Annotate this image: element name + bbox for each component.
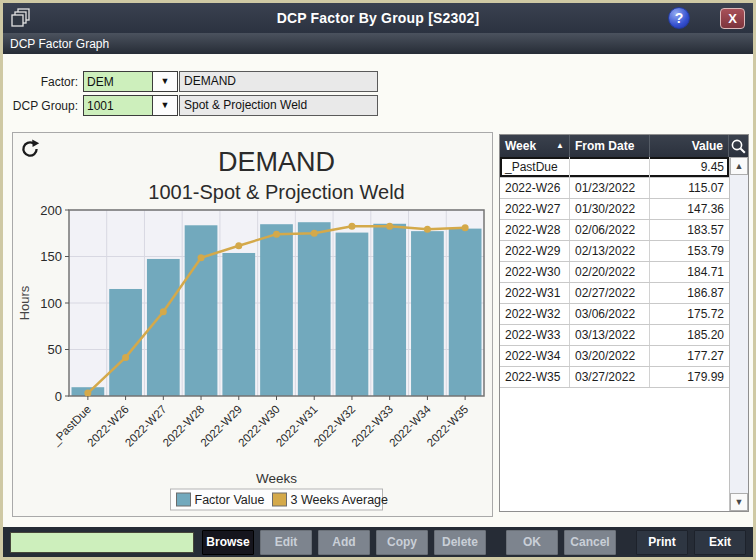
cell-value: 147.36 bbox=[650, 199, 729, 219]
cell-from-date: 02/06/2022 bbox=[570, 220, 650, 240]
factor-dropdown-button[interactable]: ▼ bbox=[152, 71, 178, 92]
svg-text:0: 0 bbox=[55, 389, 62, 404]
table-row[interactable]: 2022-W3303/13/2022185.20 bbox=[500, 325, 729, 346]
refresh-button[interactable] bbox=[19, 138, 41, 160]
table-row[interactable]: 2022-W2802/06/2022183.57 bbox=[500, 220, 729, 241]
scroll-down-button[interactable]: ▼ bbox=[730, 493, 748, 511]
cascade-windows-icon[interactable] bbox=[9, 6, 33, 30]
dcp-group-label: DCP Group: bbox=[5, 99, 83, 113]
svg-text:1001-Spot & Projection Weld: 1001-Spot & Projection Weld bbox=[148, 181, 404, 203]
button-edit: Edit bbox=[260, 530, 312, 555]
dcp-group-dropdown-button[interactable]: ▼ bbox=[152, 95, 178, 116]
table-body-wrap: _PastDue9.452022-W2601/23/2022115.072022… bbox=[500, 157, 748, 511]
content-area: Factor: ▼ DEMAND DCP Group: ▼ Spot & Pro… bbox=[3, 54, 753, 527]
table-search-button[interactable] bbox=[729, 135, 748, 157]
cell-week: 2022-W32 bbox=[500, 304, 570, 324]
cell-week: 2022-W34 bbox=[500, 346, 570, 366]
cell-from-date: 03/06/2022 bbox=[570, 304, 650, 324]
main-area: 050100150200_PastDue2022-W262022-W272022… bbox=[3, 132, 753, 517]
cell-value: 153.79 bbox=[650, 241, 729, 261]
dcp-group-description-field: Spot & Projection Weld bbox=[179, 95, 378, 116]
chevron-down-icon: ▼ bbox=[161, 101, 170, 110]
button-print[interactable]: Print bbox=[636, 530, 688, 555]
cell-week: 2022-W27 bbox=[500, 199, 570, 219]
column-header-value[interactable]: Value bbox=[650, 135, 729, 157]
cell-week: 2022-W28 bbox=[500, 220, 570, 240]
cell-value: 183.57 bbox=[650, 220, 729, 240]
cell-from-date: 01/30/2022 bbox=[570, 199, 650, 219]
column-header-week[interactable]: Week ▲ bbox=[500, 135, 570, 157]
cell-week: 2022-W31 bbox=[500, 283, 570, 303]
cell-value: 175.72 bbox=[650, 304, 729, 324]
cell-from-date: 02/27/2022 bbox=[570, 283, 650, 303]
vertical-scrollbar[interactable]: ▲ ▼ bbox=[729, 157, 748, 511]
svg-text:200: 200 bbox=[40, 203, 62, 218]
svg-text:150: 150 bbox=[40, 249, 62, 264]
button-cancel: Cancel bbox=[564, 530, 616, 555]
svg-text:50: 50 bbox=[48, 342, 62, 357]
cell-value: 184.71 bbox=[650, 262, 729, 282]
sort-ascending-icon: ▲ bbox=[556, 135, 564, 157]
cell-week: 2022-W30 bbox=[500, 262, 570, 282]
button-delete: Delete bbox=[434, 530, 486, 555]
column-header-from-date[interactable]: From Date bbox=[570, 135, 650, 157]
button-add: Add bbox=[318, 530, 370, 555]
close-button[interactable]: X bbox=[720, 8, 745, 29]
table-header: Week ▲ From Date Value bbox=[500, 135, 748, 157]
cell-week: 2022-W29 bbox=[500, 241, 570, 261]
factor-row: Factor: ▼ DEMAND bbox=[5, 71, 753, 92]
selection-form: Factor: ▼ DEMAND DCP Group: ▼ Spot & Pro… bbox=[5, 71, 753, 116]
table-row[interactable]: 2022-W2601/23/2022115.07 bbox=[500, 178, 729, 199]
cell-from-date: 03/27/2022 bbox=[570, 367, 650, 387]
dcp-factor-chart: 050100150200_PastDue2022-W262022-W272022… bbox=[13, 133, 492, 516]
table-row[interactable]: 2022-W3002/20/2022184.71 bbox=[500, 262, 729, 283]
bottom-toolbar: BrowseEditAddCopyDeleteOKCancelPrintExit bbox=[3, 527, 753, 557]
cell-week: 2022-W33 bbox=[500, 325, 570, 345]
cell-value: 115.07 bbox=[650, 178, 729, 198]
table-row[interactable]: 2022-W3503/27/2022179.99 bbox=[500, 367, 729, 388]
factor-description-field: DEMAND bbox=[179, 71, 378, 92]
cell-from-date bbox=[570, 157, 650, 177]
titlebar: DCP Factor By Group [S2302] ? X bbox=[3, 3, 753, 33]
weeks-table: Week ▲ From Date Value _PastDue9.452022-… bbox=[499, 134, 749, 512]
window-title: DCP Factor By Group [S2302] bbox=[3, 10, 753, 26]
cell-value: 9.45 bbox=[650, 157, 729, 177]
cell-value: 185.20 bbox=[650, 325, 729, 345]
table-body: _PastDue9.452022-W2601/23/2022115.072022… bbox=[500, 157, 729, 511]
help-icon[interactable]: ? bbox=[668, 7, 690, 29]
factor-code-input[interactable] bbox=[83, 71, 153, 92]
action-buttons: BrowseEditAddCopyDeleteOKCancelPrintExit bbox=[202, 530, 746, 555]
column-label-week: Week bbox=[505, 135, 536, 157]
button-browse[interactable]: Browse bbox=[202, 530, 254, 555]
cell-week: _PastDue bbox=[500, 157, 570, 177]
table-row[interactable]: 2022-W2701/30/2022147.36 bbox=[500, 199, 729, 220]
table-row[interactable]: 2022-W3102/27/2022186.87 bbox=[500, 283, 729, 304]
dcp-group-code-input[interactable] bbox=[83, 95, 153, 116]
status-message-field bbox=[10, 532, 194, 553]
button-copy: Copy bbox=[376, 530, 428, 555]
cell-from-date: 03/20/2022 bbox=[570, 346, 650, 366]
factor-label: Factor: bbox=[5, 75, 83, 89]
cell-from-date: 02/13/2022 bbox=[570, 241, 650, 261]
dcp-group-row: DCP Group: ▼ Spot & Projection Weld bbox=[5, 95, 753, 116]
table-row[interactable]: _PastDue9.45 bbox=[500, 157, 729, 178]
screen-title: DCP Factor Graph bbox=[10, 37, 109, 51]
scroll-up-button[interactable]: ▲ bbox=[730, 157, 748, 175]
cell-from-date: 02/20/2022 bbox=[570, 262, 650, 282]
svg-text:Factor Value: Factor Value bbox=[195, 493, 265, 507]
svg-text:DEMAND: DEMAND bbox=[218, 147, 335, 177]
cell-from-date: 03/13/2022 bbox=[570, 325, 650, 345]
chevron-down-icon: ▼ bbox=[161, 77, 170, 86]
svg-text:100: 100 bbox=[40, 296, 62, 311]
chart-panel: 050100150200_PastDue2022-W262022-W272022… bbox=[12, 132, 493, 517]
table-row[interactable]: 2022-W3403/20/2022177.27 bbox=[500, 346, 729, 367]
app-window: DCP Factor By Group [S2302] ? X DCP Fact… bbox=[0, 0, 756, 560]
screen-title-bar: DCP Factor Graph bbox=[3, 33, 753, 54]
table-row[interactable]: 2022-W2902/13/2022153.79 bbox=[500, 241, 729, 262]
scrollbar-track[interactable] bbox=[730, 175, 748, 493]
cell-week: 2022-W26 bbox=[500, 178, 570, 198]
cell-from-date: 01/23/2022 bbox=[570, 178, 650, 198]
table-row[interactable]: 2022-W3203/06/2022175.72 bbox=[500, 304, 729, 325]
button-exit[interactable]: Exit bbox=[694, 530, 746, 555]
button-ok: OK bbox=[506, 530, 558, 555]
